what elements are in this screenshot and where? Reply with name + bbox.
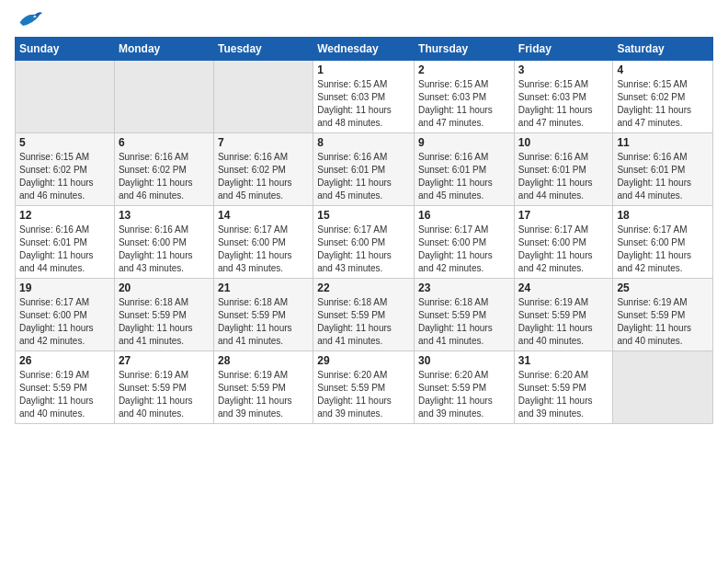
calendar-cell: 7Sunrise: 6:16 AMSunset: 6:02 PMDaylight… xyxy=(213,133,313,206)
calendar-cell: 3Sunrise: 6:15 AMSunset: 6:03 PMDaylight… xyxy=(514,61,613,133)
week-row-2: 5Sunrise: 6:15 AMSunset: 6:02 PMDaylight… xyxy=(16,133,713,206)
calendar-cell: 22Sunrise: 6:18 AMSunset: 5:59 PMDayligh… xyxy=(313,279,415,351)
calendar-cell: 8Sunrise: 6:16 AMSunset: 6:01 PMDaylight… xyxy=(313,133,415,206)
day-number: 26 xyxy=(19,354,110,367)
day-info: Sunrise: 6:18 AMSunset: 5:59 PMDaylight:… xyxy=(418,296,510,348)
calendar-cell: 12Sunrise: 6:16 AMSunset: 6:01 PMDayligh… xyxy=(16,206,115,279)
day-info: Sunrise: 6:15 AMSunset: 6:02 PMDaylight:… xyxy=(617,78,709,130)
day-number: 18 xyxy=(617,209,709,222)
calendar-body: 1Sunrise: 6:15 AMSunset: 6:03 PMDaylight… xyxy=(16,61,713,424)
day-number: 4 xyxy=(617,63,709,76)
day-info: Sunrise: 6:16 AMSunset: 6:01 PMDaylight:… xyxy=(317,151,410,202)
day-number: 27 xyxy=(119,354,210,367)
day-info: Sunrise: 6:20 AMSunset: 5:59 PMDaylight:… xyxy=(317,369,410,420)
day-info: Sunrise: 6:15 AMSunset: 6:03 PMDaylight:… xyxy=(317,78,410,130)
day-info: Sunrise: 6:17 AMSunset: 6:00 PMDaylight:… xyxy=(518,224,609,275)
week-row-5: 26Sunrise: 6:19 AMSunset: 5:59 PMDayligh… xyxy=(16,351,713,424)
calendar-cell xyxy=(114,61,213,133)
weekday-thursday: Thursday xyxy=(415,38,515,61)
day-number: 17 xyxy=(518,209,609,222)
weekday-friday: Friday xyxy=(514,38,613,61)
day-number: 29 xyxy=(317,354,410,367)
day-number: 13 xyxy=(119,209,210,222)
calendar-header: SundayMondayTuesdayWednesdayThursdayFrid… xyxy=(16,38,713,61)
calendar-cell: 16Sunrise: 6:17 AMSunset: 6:00 PMDayligh… xyxy=(415,206,515,279)
calendar-cell: 23Sunrise: 6:18 AMSunset: 5:59 PMDayligh… xyxy=(415,279,515,351)
day-number: 7 xyxy=(218,136,309,149)
day-info: Sunrise: 6:15 AMSunset: 6:02 PMDaylight:… xyxy=(19,151,110,202)
day-info: Sunrise: 6:16 AMSunset: 6:02 PMDaylight:… xyxy=(218,151,309,202)
day-number: 16 xyxy=(418,209,510,222)
day-info: Sunrise: 6:16 AMSunset: 6:02 PMDaylight:… xyxy=(119,151,210,202)
day-number: 8 xyxy=(317,136,410,149)
day-number: 22 xyxy=(317,282,410,294)
day-number: 21 xyxy=(218,282,309,294)
day-number: 24 xyxy=(518,282,609,294)
day-number: 2 xyxy=(418,63,510,76)
calendar-cell: 20Sunrise: 6:18 AMSunset: 5:59 PMDayligh… xyxy=(114,279,213,351)
day-info: Sunrise: 6:15 AMSunset: 6:03 PMDaylight:… xyxy=(518,78,609,130)
day-number: 3 xyxy=(518,63,609,76)
calendar-cell: 2Sunrise: 6:15 AMSunset: 6:03 PMDaylight… xyxy=(415,61,515,133)
calendar-cell: 19Sunrise: 6:17 AMSunset: 6:00 PMDayligh… xyxy=(16,279,115,351)
day-number: 6 xyxy=(119,136,210,149)
day-info: Sunrise: 6:18 AMSunset: 5:59 PMDaylight:… xyxy=(119,296,210,348)
day-info: Sunrise: 6:17 AMSunset: 6:00 PMDaylight:… xyxy=(418,224,510,275)
weekday-header-row: SundayMondayTuesdayWednesdayThursdayFrid… xyxy=(16,38,713,61)
logo xyxy=(15,9,42,29)
calendar-cell: 25Sunrise: 6:19 AMSunset: 5:59 PMDayligh… xyxy=(613,279,713,351)
calendar-cell xyxy=(613,351,713,424)
day-info: Sunrise: 6:16 AMSunset: 6:01 PMDaylight:… xyxy=(19,224,110,275)
day-number: 14 xyxy=(218,209,309,222)
weekday-monday: Monday xyxy=(114,38,213,61)
calendar-cell: 10Sunrise: 6:16 AMSunset: 6:01 PMDayligh… xyxy=(514,133,613,206)
day-number: 11 xyxy=(617,136,709,149)
calendar-cell: 4Sunrise: 6:15 AMSunset: 6:02 PMDaylight… xyxy=(613,61,713,133)
day-info: Sunrise: 6:16 AMSunset: 6:01 PMDaylight:… xyxy=(617,151,709,202)
calendar-cell: 6Sunrise: 6:16 AMSunset: 6:02 PMDaylight… xyxy=(114,133,213,206)
day-info: Sunrise: 6:19 AMSunset: 5:59 PMDaylight:… xyxy=(518,296,609,348)
calendar-cell: 21Sunrise: 6:18 AMSunset: 5:59 PMDayligh… xyxy=(213,279,313,351)
day-info: Sunrise: 6:19 AMSunset: 5:59 PMDaylight:… xyxy=(119,369,210,420)
calendar-cell xyxy=(213,61,313,133)
header xyxy=(15,9,713,29)
day-info: Sunrise: 6:18 AMSunset: 5:59 PMDaylight:… xyxy=(317,296,410,348)
day-info: Sunrise: 6:20 AMSunset: 5:59 PMDaylight:… xyxy=(518,369,609,420)
week-row-1: 1Sunrise: 6:15 AMSunset: 6:03 PMDaylight… xyxy=(16,61,713,133)
calendar-cell: 13Sunrise: 6:16 AMSunset: 6:00 PMDayligh… xyxy=(114,206,213,279)
day-info: Sunrise: 6:19 AMSunset: 5:59 PMDaylight:… xyxy=(218,369,309,420)
week-row-4: 19Sunrise: 6:17 AMSunset: 6:00 PMDayligh… xyxy=(16,279,713,351)
day-info: Sunrise: 6:20 AMSunset: 5:59 PMDaylight:… xyxy=(418,369,510,420)
day-number: 1 xyxy=(317,63,410,76)
calendar-cell: 1Sunrise: 6:15 AMSunset: 6:03 PMDaylight… xyxy=(313,61,415,133)
day-info: Sunrise: 6:17 AMSunset: 6:00 PMDaylight:… xyxy=(617,224,709,275)
calendar-cell: 18Sunrise: 6:17 AMSunset: 6:00 PMDayligh… xyxy=(613,206,713,279)
weekday-sunday: Sunday xyxy=(16,38,115,61)
week-row-3: 12Sunrise: 6:16 AMSunset: 6:01 PMDayligh… xyxy=(16,206,713,279)
day-info: Sunrise: 6:17 AMSunset: 6:00 PMDaylight:… xyxy=(218,224,309,275)
calendar-cell: 9Sunrise: 6:16 AMSunset: 6:01 PMDaylight… xyxy=(415,133,515,206)
calendar-cell: 29Sunrise: 6:20 AMSunset: 5:59 PMDayligh… xyxy=(313,351,415,424)
day-number: 10 xyxy=(518,136,609,149)
calendar-cell: 26Sunrise: 6:19 AMSunset: 5:59 PMDayligh… xyxy=(16,351,115,424)
day-info: Sunrise: 6:16 AMSunset: 6:01 PMDaylight:… xyxy=(518,151,609,202)
day-info: Sunrise: 6:17 AMSunset: 6:00 PMDaylight:… xyxy=(317,224,410,275)
day-number: 12 xyxy=(19,209,110,222)
day-info: Sunrise: 6:19 AMSunset: 5:59 PMDaylight:… xyxy=(617,296,709,348)
day-number: 9 xyxy=(418,136,510,149)
day-number: 28 xyxy=(218,354,309,367)
calendar-cell: 15Sunrise: 6:17 AMSunset: 6:00 PMDayligh… xyxy=(313,206,415,279)
calendar-cell: 28Sunrise: 6:19 AMSunset: 5:59 PMDayligh… xyxy=(213,351,313,424)
calendar-table: SundayMondayTuesdayWednesdayThursdayFrid… xyxy=(15,37,713,424)
day-number: 15 xyxy=(317,209,410,222)
day-number: 23 xyxy=(418,282,510,294)
calendar-cell: 5Sunrise: 6:15 AMSunset: 6:02 PMDaylight… xyxy=(16,133,115,206)
calendar-cell: 24Sunrise: 6:19 AMSunset: 5:59 PMDayligh… xyxy=(514,279,613,351)
day-number: 5 xyxy=(19,136,110,149)
calendar-cell: 11Sunrise: 6:16 AMSunset: 6:01 PMDayligh… xyxy=(613,133,713,206)
day-number: 30 xyxy=(418,354,510,367)
day-info: Sunrise: 6:19 AMSunset: 5:59 PMDaylight:… xyxy=(19,369,110,420)
calendar-cell xyxy=(16,61,115,133)
day-number: 20 xyxy=(119,282,210,294)
day-number: 31 xyxy=(518,354,609,367)
